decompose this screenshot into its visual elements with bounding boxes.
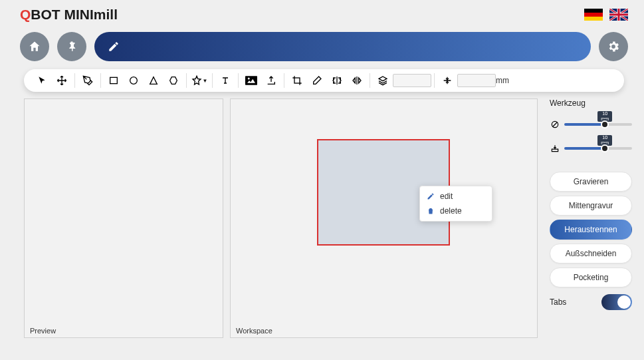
layers-tool[interactable] [373, 71, 393, 90]
workspace-panel[interactable]: edit delete Workspace [230, 98, 538, 338]
pencil-icon [108, 41, 120, 53]
context-delete[interactable]: delete [420, 204, 492, 218]
mirror-tool[interactable] [327, 71, 347, 90]
depth-icon [550, 144, 560, 153]
sidebar-title: Werkzeug [550, 98, 632, 108]
depth-slider[interactable]: 10mm [550, 138, 632, 158]
svg-rect-3 [245, 76, 257, 85]
rectangle-tool[interactable] [104, 71, 124, 90]
star-tool[interactable]: ▼ [189, 71, 209, 90]
op-ausschneiden[interactable]: Außschneiden [550, 244, 632, 264]
pen-tool[interactable] [78, 71, 98, 90]
svg-rect-5 [294, 78, 300, 83]
diameter-slider[interactable]: 10mm [550, 114, 632, 134]
gear-icon [607, 40, 620, 53]
workspace-label: Workspace [236, 327, 272, 335]
context-menu: edit delete [419, 186, 492, 222]
triangle-tool[interactable] [144, 71, 163, 90]
draw-mode-bar[interactable] [94, 32, 591, 61]
op-heraustrennen[interactable]: Heraustrennen [550, 220, 632, 240]
select-tool[interactable] [32, 71, 52, 90]
pin-button[interactable] [57, 32, 86, 61]
flag-german[interactable] [584, 9, 603, 21]
home-icon [28, 40, 41, 53]
preview-label: Preview [30, 327, 56, 335]
home-button[interactable] [20, 32, 49, 61]
polygon-tool[interactable] [163, 71, 183, 90]
tabs-toggle[interactable] [601, 294, 632, 310]
shape-toolbar: ▼ mm [24, 69, 624, 92]
op-gravieren[interactable]: Gravieren [550, 172, 632, 192]
op-pocketing[interactable]: Pocketing [550, 268, 632, 287]
unit-input[interactable] [457, 74, 496, 87]
op-mittengravur[interactable]: Mittengravur [550, 196, 632, 216]
align-tool[interactable] [437, 71, 457, 90]
svg-point-4 [248, 78, 250, 80]
crop-tool[interactable] [287, 71, 307, 90]
app-title: QBOT MINImill [20, 7, 118, 23]
upload-tool[interactable] [261, 71, 281, 90]
dimension-input[interactable] [393, 74, 431, 87]
tabs-label: Tabs [550, 297, 566, 307]
pin-icon [66, 41, 78, 53]
pencil-icon [427, 192, 435, 200]
context-edit[interactable]: edit [420, 189, 492, 204]
circle-tool[interactable] [124, 71, 144, 90]
eraser-tool[interactable] [307, 71, 327, 90]
preview-panel: Preview [24, 98, 223, 338]
trash-icon [427, 207, 435, 215]
settings-button[interactable] [599, 32, 628, 61]
image-tool[interactable] [241, 71, 261, 90]
tool-sidebar: Werkzeug 10mm 10mm Gravieren Mittengravu… [544, 98, 637, 345]
flip-tool[interactable] [347, 71, 367, 90]
unit-label: mm [496, 76, 514, 85]
move-tool[interactable] [52, 71, 72, 90]
svg-point-2 [130, 77, 138, 85]
diameter-icon [550, 120, 560, 129]
svg-rect-1 [110, 77, 118, 83]
text-tool[interactable] [215, 71, 235, 90]
flag-uk[interactable] [609, 9, 628, 21]
